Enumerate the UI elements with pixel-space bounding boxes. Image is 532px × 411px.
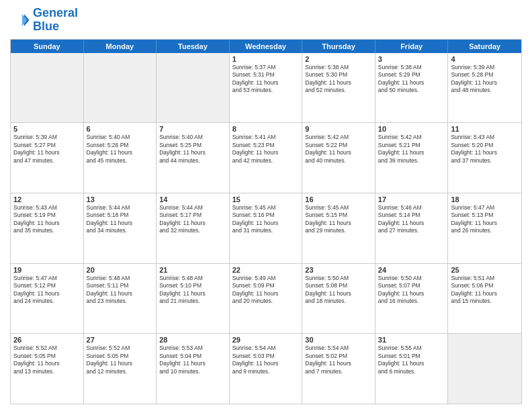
empty-cell xyxy=(11,53,84,123)
day-number: 17 xyxy=(378,195,445,203)
logo-icon xyxy=(10,10,30,30)
calendar-day-cell: 9Sunrise: 5:42 AM Sunset: 5:22 PM Daylig… xyxy=(302,123,375,193)
day-number: 23 xyxy=(305,266,372,274)
calendar-day-cell: 11Sunrise: 5:43 AM Sunset: 5:20 PM Dayli… xyxy=(448,123,521,193)
day-number: 16 xyxy=(305,195,372,203)
day-info: Sunrise: 5:38 AM Sunset: 5:29 PM Dayligh… xyxy=(378,64,445,95)
calendar-day-cell: 4Sunrise: 5:39 AM Sunset: 5:28 PM Daylig… xyxy=(448,53,521,123)
day-info: Sunrise: 5:50 AM Sunset: 5:08 PM Dayligh… xyxy=(305,275,372,306)
calendar-day-cell: 10Sunrise: 5:42 AM Sunset: 5:21 PM Dayli… xyxy=(375,123,449,193)
calendar-day-cell: 1Sunrise: 5:37 AM Sunset: 5:31 PM Daylig… xyxy=(230,53,303,123)
calendar-day-cell: 2Sunrise: 5:38 AM Sunset: 5:30 PM Daylig… xyxy=(302,53,375,123)
day-info: Sunrise: 5:39 AM Sunset: 5:28 PM Dayligh… xyxy=(451,64,519,95)
day-info: Sunrise: 5:39 AM Sunset: 5:27 PM Dayligh… xyxy=(13,134,81,165)
day-number: 14 xyxy=(159,195,226,203)
calendar-week-row: 1Sunrise: 5:37 AM Sunset: 5:31 PM Daylig… xyxy=(11,53,521,124)
weekday-header: Saturday xyxy=(448,40,521,53)
day-info: Sunrise: 5:47 AM Sunset: 5:13 PM Dayligh… xyxy=(451,204,519,235)
calendar-day-cell: 20Sunrise: 5:48 AM Sunset: 5:11 PM Dayli… xyxy=(84,264,157,334)
day-info: Sunrise: 5:47 AM Sunset: 5:12 PM Dayligh… xyxy=(13,275,81,306)
calendar-day-cell: 22Sunrise: 5:49 AM Sunset: 5:09 PM Dayli… xyxy=(230,264,303,334)
day-number: 10 xyxy=(378,125,445,133)
calendar-day-cell: 16Sunrise: 5:45 AM Sunset: 5:15 PM Dayli… xyxy=(302,193,375,263)
calendar-day-cell: 18Sunrise: 5:47 AM Sunset: 5:13 PM Dayli… xyxy=(448,193,521,263)
day-info: Sunrise: 5:44 AM Sunset: 5:18 PM Dayligh… xyxy=(87,204,154,235)
day-info: Sunrise: 5:49 AM Sunset: 5:09 PM Dayligh… xyxy=(232,275,300,306)
day-number: 22 xyxy=(232,266,300,274)
calendar-day-cell: 28Sunrise: 5:53 AM Sunset: 5:04 PM Dayli… xyxy=(157,334,230,404)
calendar-day-cell: 30Sunrise: 5:54 AM Sunset: 5:02 PM Dayli… xyxy=(302,334,375,404)
day-number: 8 xyxy=(232,125,300,133)
day-info: Sunrise: 5:45 AM Sunset: 5:16 PM Dayligh… xyxy=(232,204,300,235)
weekday-header: Tuesday xyxy=(157,40,230,53)
day-number: 4 xyxy=(451,55,519,63)
logo: General Blue xyxy=(10,7,78,34)
calendar-day-cell: 21Sunrise: 5:48 AM Sunset: 5:10 PM Dayli… xyxy=(157,264,230,334)
day-info: Sunrise: 5:55 AM Sunset: 5:01 PM Dayligh… xyxy=(378,345,445,375)
weekday-header: Friday xyxy=(375,40,449,53)
calendar-day-cell: 15Sunrise: 5:45 AM Sunset: 5:16 PM Dayli… xyxy=(230,193,303,263)
day-number: 7 xyxy=(159,125,226,133)
calendar-day-cell: 17Sunrise: 5:46 AM Sunset: 5:14 PM Dayli… xyxy=(375,193,449,263)
day-info: Sunrise: 5:53 AM Sunset: 5:04 PM Dayligh… xyxy=(159,345,226,375)
day-number: 31 xyxy=(378,336,445,344)
calendar-day-cell: 12Sunrise: 5:43 AM Sunset: 5:19 PM Dayli… xyxy=(11,193,84,263)
day-number: 5 xyxy=(13,125,81,133)
day-info: Sunrise: 5:52 AM Sunset: 5:05 PM Dayligh… xyxy=(13,345,81,375)
day-number: 20 xyxy=(87,266,154,274)
day-info: Sunrise: 5:48 AM Sunset: 5:10 PM Dayligh… xyxy=(159,275,226,306)
day-number: 6 xyxy=(87,125,154,133)
calendar-day-cell: 5Sunrise: 5:39 AM Sunset: 5:27 PM Daylig… xyxy=(11,123,84,193)
day-info: Sunrise: 5:42 AM Sunset: 5:21 PM Dayligh… xyxy=(378,134,445,165)
day-number: 30 xyxy=(305,336,372,344)
page: General Blue SundayMondayTuesdayWednesda… xyxy=(0,0,532,411)
day-number: 15 xyxy=(232,195,300,203)
header: General Blue xyxy=(10,7,522,34)
calendar-day-cell: 26Sunrise: 5:52 AM Sunset: 5:05 PM Dayli… xyxy=(11,334,84,404)
day-info: Sunrise: 5:40 AM Sunset: 5:26 PM Dayligh… xyxy=(87,134,154,165)
day-number: 2 xyxy=(305,55,372,63)
day-number: 29 xyxy=(232,336,300,344)
calendar-day-cell: 13Sunrise: 5:44 AM Sunset: 5:18 PM Dayli… xyxy=(84,193,157,263)
day-info: Sunrise: 5:38 AM Sunset: 5:30 PM Dayligh… xyxy=(305,64,372,95)
day-number: 27 xyxy=(87,336,154,344)
day-number: 19 xyxy=(13,266,81,274)
day-number: 12 xyxy=(13,195,81,203)
empty-cell xyxy=(84,53,157,123)
calendar-day-cell: 25Sunrise: 5:51 AM Sunset: 5:06 PM Dayli… xyxy=(448,264,521,334)
day-info: Sunrise: 5:50 AM Sunset: 5:07 PM Dayligh… xyxy=(378,275,445,306)
calendar-day-cell: 7Sunrise: 5:40 AM Sunset: 5:25 PM Daylig… xyxy=(157,123,230,193)
day-number: 3 xyxy=(378,55,445,63)
day-number: 18 xyxy=(451,195,519,203)
calendar-day-cell: 6Sunrise: 5:40 AM Sunset: 5:26 PM Daylig… xyxy=(84,123,157,193)
calendar-day-cell: 24Sunrise: 5:50 AM Sunset: 5:07 PM Dayli… xyxy=(375,264,449,334)
day-number: 24 xyxy=(378,266,445,274)
calendar-day-cell: 8Sunrise: 5:41 AM Sunset: 5:23 PM Daylig… xyxy=(230,123,303,193)
calendar-day-cell: 3Sunrise: 5:38 AM Sunset: 5:29 PM Daylig… xyxy=(375,53,449,123)
day-info: Sunrise: 5:51 AM Sunset: 5:06 PM Dayligh… xyxy=(451,275,519,306)
day-info: Sunrise: 5:40 AM Sunset: 5:25 PM Dayligh… xyxy=(159,134,226,165)
calendar-day-cell: 14Sunrise: 5:44 AM Sunset: 5:17 PM Dayli… xyxy=(157,193,230,263)
calendar-day-cell: 29Sunrise: 5:54 AM Sunset: 5:03 PM Dayli… xyxy=(230,334,303,404)
day-info: Sunrise: 5:43 AM Sunset: 5:20 PM Dayligh… xyxy=(451,134,519,165)
calendar: SundayMondayTuesdayWednesdayThursdayFrid… xyxy=(10,39,522,404)
calendar-day-cell: 23Sunrise: 5:50 AM Sunset: 5:08 PM Dayli… xyxy=(302,264,375,334)
day-info: Sunrise: 5:42 AM Sunset: 5:22 PM Dayligh… xyxy=(305,134,372,165)
day-info: Sunrise: 5:41 AM Sunset: 5:23 PM Dayligh… xyxy=(232,134,300,165)
day-info: Sunrise: 5:43 AM Sunset: 5:19 PM Dayligh… xyxy=(13,204,81,235)
weekday-header: Thursday xyxy=(302,40,375,53)
calendar-day-cell: 19Sunrise: 5:47 AM Sunset: 5:12 PM Dayli… xyxy=(11,264,84,334)
weekday-header: Monday xyxy=(84,40,157,53)
calendar-week-row: 26Sunrise: 5:52 AM Sunset: 5:05 PM Dayli… xyxy=(11,334,521,404)
calendar-week-row: 12Sunrise: 5:43 AM Sunset: 5:19 PM Dayli… xyxy=(11,193,521,264)
day-number: 21 xyxy=(159,266,226,274)
weekday-header: Sunday xyxy=(11,40,84,53)
day-info: Sunrise: 5:52 AM Sunset: 5:05 PM Dayligh… xyxy=(87,345,154,375)
day-info: Sunrise: 5:46 AM Sunset: 5:14 PM Dayligh… xyxy=(378,204,445,235)
day-number: 11 xyxy=(451,125,519,133)
calendar-week-row: 5Sunrise: 5:39 AM Sunset: 5:27 PM Daylig… xyxy=(11,123,521,193)
day-number: 1 xyxy=(232,55,300,63)
day-number: 26 xyxy=(13,336,81,344)
day-info: Sunrise: 5:48 AM Sunset: 5:11 PM Dayligh… xyxy=(87,275,154,306)
day-info: Sunrise: 5:54 AM Sunset: 5:02 PM Dayligh… xyxy=(305,345,372,375)
